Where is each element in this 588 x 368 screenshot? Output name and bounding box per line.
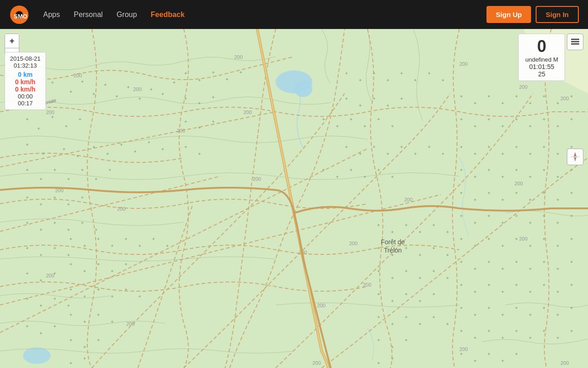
svg-text:✦: ✦ <box>473 151 477 156</box>
svg-rect-310 <box>571 43 579 45</box>
info-distance: 0 km <box>10 71 41 78</box>
svg-point-7 <box>294 80 312 97</box>
svg-text:✦: ✦ <box>124 236 128 242</box>
svg-text:✦: ✦ <box>528 197 532 202</box>
svg-text:✦: ✦ <box>432 269 435 274</box>
svg-text:✦: ✦ <box>459 117 463 122</box>
svg-text:✦: ✦ <box>349 167 353 172</box>
svg-text:✦: ✦ <box>404 269 408 274</box>
svg-text:✦: ✦ <box>528 151 532 156</box>
svg-text:✦: ✦ <box>514 351 518 356</box>
svg-text:✦: ✦ <box>83 243 86 248</box>
svg-point-2 <box>17 7 21 11</box>
svg-text:✦: ✦ <box>514 144 518 150</box>
svg-text:✦: ✦ <box>39 177 43 182</box>
svg-text:✦: ✦ <box>363 124 367 129</box>
map-svg: 200 200 200 200 200 200 200 200 200 200 … <box>0 29 588 368</box>
svg-text:✦: ✦ <box>96 236 100 242</box>
svg-text:✦: ✦ <box>473 220 477 225</box>
svg-text:Forêt de: Forêt de <box>381 238 405 246</box>
map-container[interactable]: 200 200 200 200 200 200 200 200 200 200 … <box>0 29 588 368</box>
svg-text:✦: ✦ <box>25 117 29 122</box>
nav-group[interactable]: Group <box>117 11 137 19</box>
svg-text:✦: ✦ <box>459 144 463 150</box>
svg-text:✦: ✦ <box>570 190 573 196</box>
svg-text:200: 200 <box>349 241 357 246</box>
svg-text:✦: ✦ <box>400 96 403 101</box>
svg-text:✦: ✦ <box>542 282 546 288</box>
svg-text:✦: ✦ <box>138 294 141 299</box>
nav-links: Apps Personal Group Feedback <box>43 11 486 19</box>
svg-text:✦: ✦ <box>487 213 491 218</box>
svg-text:✦: ✦ <box>80 220 84 225</box>
svg-text:✦: ✦ <box>39 303 43 308</box>
svg-text:✦: ✦ <box>528 266 532 271</box>
svg-text:✦: ✦ <box>542 167 546 172</box>
compass-button[interactable] <box>567 149 583 165</box>
svg-text:✦: ✦ <box>390 299 394 304</box>
svg-rect-312 <box>571 39 579 40</box>
svg-text:✦: ✦ <box>390 174 394 179</box>
signup-button[interactable]: Sign Up <box>486 6 531 23</box>
svg-text:✦: ✦ <box>80 79 84 84</box>
svg-text:✦: ✦ <box>570 328 573 334</box>
svg-text:✦: ✦ <box>528 312 532 317</box>
svg-text:✦: ✦ <box>377 361 380 366</box>
svg-text:✦: ✦ <box>184 71 187 76</box>
svg-text:✦: ✦ <box>53 271 57 276</box>
signin-button[interactable]: Sign In <box>536 6 579 23</box>
nav-personal[interactable]: Personal <box>74 11 102 19</box>
svg-text:✦: ✦ <box>459 328 463 334</box>
svg-text:✦: ✦ <box>69 312 73 317</box>
svg-text:✦: ✦ <box>473 312 477 317</box>
svg-text:✦: ✦ <box>542 94 546 99</box>
svg-text:✦: ✦ <box>427 71 431 76</box>
svg-text:✦: ✦ <box>124 262 128 267</box>
svg-text:✦: ✦ <box>386 151 390 156</box>
svg-text:✦: ✦ <box>514 328 518 334</box>
stats-panel: 0 undefined M 01:01:55 25 <box>518 34 565 81</box>
svg-text:✦: ✦ <box>487 328 491 334</box>
zoom-in-button[interactable]: + <box>5 34 19 48</box>
svg-text:✦: ✦ <box>418 322 422 327</box>
svg-text:✦: ✦ <box>110 319 114 324</box>
svg-text:✦: ✦ <box>103 82 107 87</box>
svg-text:✦: ✦ <box>528 124 532 129</box>
svg-text:✦: ✦ <box>25 167 29 172</box>
svg-text:✦: ✦ <box>570 236 573 242</box>
svg-text:✦: ✦ <box>96 338 100 343</box>
nav-feedback[interactable]: Feedback <box>151 11 185 19</box>
svg-text:✦: ✦ <box>473 266 477 271</box>
svg-text:Trélon: Trélon <box>384 247 401 254</box>
svg-text:✦: ✦ <box>69 287 73 292</box>
svg-text:✦: ✦ <box>377 117 380 122</box>
svg-text:✦: ✦ <box>41 151 45 156</box>
svg-text:✦: ✦ <box>514 305 518 310</box>
nav-apps[interactable]: Apps <box>43 11 60 19</box>
svg-text:✦: ✦ <box>400 71 403 76</box>
info-panel: 2015-08-21 01:32:13 0 km 0 km/h 0 km/h 0… <box>5 52 46 110</box>
layer-button[interactable] <box>567 34 583 50</box>
svg-text:✦: ✦ <box>556 174 560 179</box>
svg-text:✦: ✦ <box>69 262 73 267</box>
svg-text:✦: ✦ <box>390 230 394 235</box>
svg-text:✦: ✦ <box>418 253 422 258</box>
svg-text:✦: ✦ <box>432 223 435 228</box>
svg-text:✦: ✦ <box>473 197 477 202</box>
svg-text:✦: ✦ <box>570 305 573 310</box>
svg-text:✦: ✦ <box>473 358 477 363</box>
svg-text:✦: ✦ <box>115 94 119 99</box>
osmo-logo-icon: SMO <box>9 5 29 25</box>
svg-text:✦: ✦ <box>110 294 114 299</box>
svg-text:✦: ✦ <box>390 124 394 129</box>
svg-text:✦: ✦ <box>487 305 491 310</box>
svg-text:✦: ✦ <box>53 220 57 225</box>
svg-text:✦: ✦ <box>556 151 560 156</box>
info-date: 2015-08-21 <box>10 55 41 62</box>
svg-text:✦: ✦ <box>556 101 560 106</box>
map-background: 200 200 200 200 200 200 200 200 200 200 … <box>0 29 588 368</box>
info-elapsed1: 00:00 <box>10 93 41 100</box>
svg-text:✦: ✦ <box>432 315 435 320</box>
info-time: 01:32:13 <box>10 62 41 69</box>
svg-text:200: 200 <box>519 84 527 90</box>
